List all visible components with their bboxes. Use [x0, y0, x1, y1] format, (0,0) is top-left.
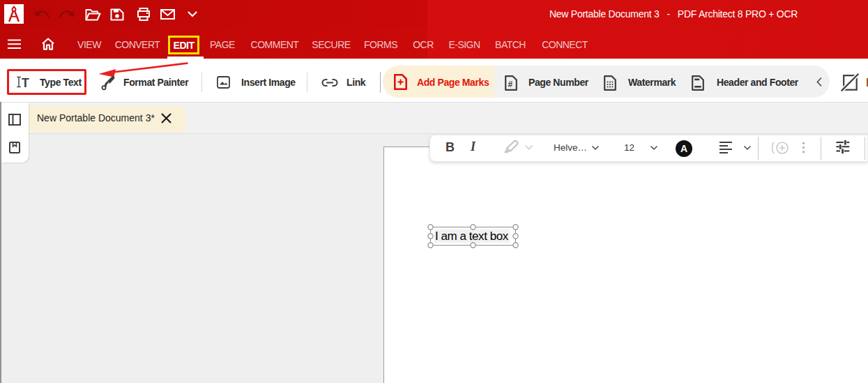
- svg-text:#: #: [508, 80, 513, 89]
- svg-text:T: T: [22, 76, 29, 90]
